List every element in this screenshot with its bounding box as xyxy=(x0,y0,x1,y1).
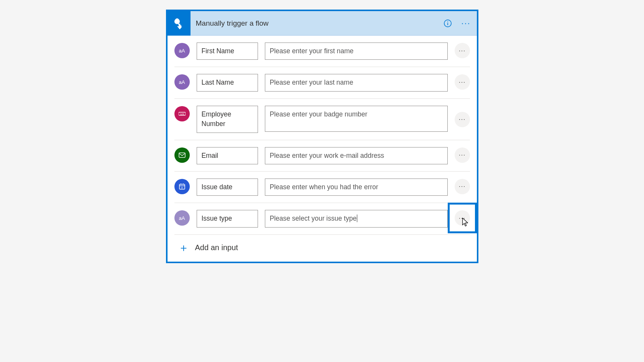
input-description-field[interactable] xyxy=(265,43,448,60)
cursor-icon xyxy=(461,217,469,228)
svg-rect-5 xyxy=(447,23,448,25)
input-row-first-name: aA ··· xyxy=(174,36,470,67)
input-name-field[interactable] xyxy=(197,210,258,227)
highlight-box xyxy=(448,203,477,233)
card-title: Manually trigger a flow xyxy=(191,19,440,28)
row-more-icon[interactable]: ··· xyxy=(455,179,470,194)
add-input-label: Add an input xyxy=(195,243,238,252)
email-type-icon xyxy=(174,147,190,163)
plus-icon: ＋ xyxy=(178,242,189,253)
text-type-icon: aA xyxy=(174,43,190,58)
info-icon[interactable] xyxy=(440,16,455,31)
input-row-issue-type: aA Please select your issue type ··· xyxy=(174,203,470,234)
trigger-card: Manually trigger a flow ··· aA ··· aA ··… xyxy=(166,10,478,263)
input-row-email: ··· xyxy=(174,140,470,172)
svg-point-2 xyxy=(175,18,179,22)
input-row-employee-number: 123 Employee Number Please enter your ba… xyxy=(174,99,470,140)
svg-rect-8 xyxy=(179,153,185,157)
input-description-field[interactable] xyxy=(265,179,448,196)
date-type-icon: 21 xyxy=(174,179,190,194)
text-type-icon: aA xyxy=(174,74,190,90)
text-type-icon: aA xyxy=(174,210,190,226)
row-more-icon[interactable]: ··· xyxy=(455,210,470,226)
row-more-icon[interactable]: ··· xyxy=(455,147,470,163)
svg-text:123: 123 xyxy=(180,113,184,115)
svg-point-4 xyxy=(447,21,448,22)
input-description-field[interactable] xyxy=(265,147,448,164)
number-type-icon: 123 xyxy=(174,106,190,121)
trigger-icon xyxy=(168,11,191,36)
row-more-icon[interactable]: ··· xyxy=(455,112,470,127)
input-name-field[interactable] xyxy=(197,43,258,60)
input-name-field[interactable] xyxy=(197,74,258,91)
input-name-field[interactable]: Employee Number xyxy=(197,106,258,133)
row-more-icon[interactable]: ··· xyxy=(455,43,470,58)
card-more-icon[interactable]: ··· xyxy=(458,16,474,31)
input-description-field[interactable]: Please select your issue type xyxy=(265,210,448,227)
svg-text:21: 21 xyxy=(181,187,183,189)
row-more-icon[interactable]: ··· xyxy=(455,74,470,90)
input-row-last-name: aA ··· xyxy=(174,67,470,98)
input-name-field[interactable] xyxy=(197,179,258,196)
add-input-button[interactable]: ＋ Add an input xyxy=(174,235,470,262)
input-name-field[interactable] xyxy=(197,147,258,164)
inputs-list: aA ··· aA ··· 123 Employee Number Please… xyxy=(168,36,477,262)
input-description-field[interactable] xyxy=(265,74,448,91)
input-description-field[interactable]: Please enter your badge number xyxy=(265,106,448,132)
input-row-issue-date: 21 ··· xyxy=(174,172,470,203)
card-header[interactable]: Manually trigger a flow ··· xyxy=(168,11,477,36)
